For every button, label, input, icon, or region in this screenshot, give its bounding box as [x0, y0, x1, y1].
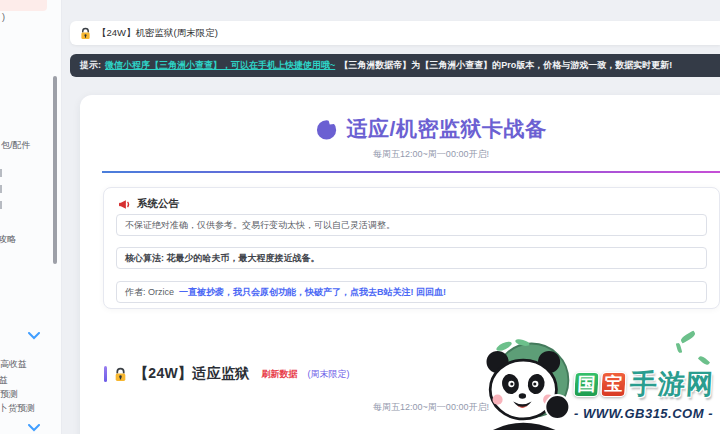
notice-text: 【三角洲数据帝】为【三角洲小查查】的Pro版本，价格与游戏一致，数据实时更新! [339, 59, 672, 72]
purple-circle-icon [316, 118, 338, 140]
announcement-title: 系统公告 [137, 197, 179, 211]
page-title: 适应/机密监狱卡战备 [347, 115, 547, 143]
megaphone-icon [119, 199, 131, 210]
watermark-site-name: 国 宝 手游网 [573, 366, 715, 402]
watermark-text: 国 宝 手游网 - WWW.GB315.COM - [574, 366, 714, 421]
tab-prison[interactable]: 【24W】机密监狱(周末限定) [80, 27, 218, 40]
notice-bar: 提示: 微信小程序【三角洲小查查】，可以在手机上快捷使用哦~ 【三角洲数据帝】为… [70, 54, 720, 77]
leaf-icon [698, 355, 710, 367]
lock-icon [114, 367, 127, 382]
announcement-item: 作者: Orzice 一直被抄袭，我只会原创功能，快破产了，点我去B站关注! 回… [116, 281, 707, 303]
sidebar-item-fragment[interactable] [0, 169, 2, 177]
sidebar-item-selected[interactable] [0, 0, 47, 11]
sidebar-item-forecast[interactable]: 预测 [0, 388, 18, 401]
watermark-url: - WWW.GB315.COM - [574, 406, 714, 421]
watermark-site-rest: 手游网 [629, 366, 715, 402]
chevron-down-icon[interactable] [28, 332, 40, 340]
tab-bar: 【24W】机密监狱(周末限定) [70, 21, 720, 45]
bilibili-follow-link[interactable]: 一直被抄袭，我只会原创功能，快破产了，点我去B站关注! 回回血! [179, 286, 446, 299]
refresh-data-button[interactable]: 刷新数据 [262, 368, 298, 381]
gradient-divider [102, 171, 720, 173]
screen: ) 包/配件 攻略 高收益 益 预测 卜货预测 【24W】机密监狱(周末限定) … [0, 0, 720, 434]
sidebar-item-fragment[interactable]: ) [2, 12, 5, 22]
sidebar: ) 包/配件 攻略 高收益 益 预测 卜货预测 [0, 0, 62, 434]
chevron-down-icon[interactable] [28, 424, 40, 432]
lock-icon [80, 27, 91, 40]
section-title: 【24W】适应监狱 [134, 365, 250, 383]
sidebar-item-restock-forecast[interactable]: 卜货预测 [0, 402, 35, 415]
tab-label: 【24W】机密监狱(周末限定) [97, 27, 218, 40]
watermark-char-green: 国 [573, 372, 599, 397]
announcement-header: 系统公告 [119, 197, 179, 211]
announcement-card: 系统公告 不保证绝对准确，仅供参考。交易行变动太快，可以自己灵活调整。 核心算法… [103, 187, 720, 309]
section-accent-bar [104, 366, 107, 382]
sidebar-item-yield[interactable]: 益 [0, 374, 8, 387]
notice-prefix: 提示: [80, 59, 101, 72]
watermark: 国 宝 手游网 - WWW.GB315.COM - [474, 332, 714, 430]
leaf-icon [680, 330, 697, 343]
sidebar-item-fragment[interactable] [0, 185, 2, 193]
hero-header: 适应/机密监狱卡战备 [108, 115, 720, 143]
sidebar-item-strategy[interactable]: 攻略 [0, 233, 16, 246]
watermark-char-red: 宝 [600, 372, 626, 397]
leaf-icon [676, 343, 682, 354]
announcement-item: 不保证绝对准确，仅供参考。交易行变动太快，可以自己灵活调整。 [116, 214, 707, 236]
sidebar-item-fragment[interactable] [0, 201, 2, 209]
hero-subtitle: 每周五12:00~周一00:00开启! [108, 148, 720, 161]
sidebar-item-bag-accessories[interactable]: 包/配件 [1, 139, 31, 152]
author-label: 作者: Orzice [125, 286, 174, 299]
section-header: 【24W】适应监狱 刷新数据 (周末限定) [104, 365, 350, 383]
panda-icon [474, 338, 580, 430]
announcement-item: 核心算法: 花最少的哈夫币，最大程度接近战备。 [116, 247, 707, 269]
sidebar-item-high-yield[interactable]: 高收益 [0, 358, 27, 371]
sidebar-scrollbar[interactable] [53, 76, 57, 264]
weekend-limited-badge: (周末限定) [308, 368, 350, 381]
notice-miniprogram-link[interactable]: 微信小程序【三角洲小查查】，可以在手机上快捷使用哦~ [105, 59, 335, 72]
